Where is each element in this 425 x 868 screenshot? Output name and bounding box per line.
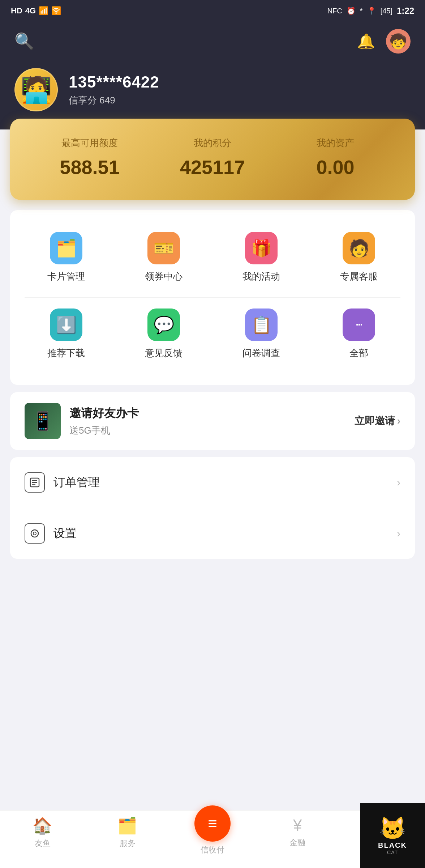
service-questionnaire[interactable]: 📋 问卷调查 — [212, 301, 310, 367]
order-manage-icon — [25, 472, 45, 493]
invite-action-label: 立即邀请 — [355, 414, 395, 428]
header-left-icons: 🔍 — [14, 32, 34, 51]
feedback-label: 意见反馈 — [145, 347, 183, 359]
invite-banner[interactable]: 📱 邀请好友办卡 送5G手机 立即邀请 › — [10, 392, 415, 450]
all-label: 全部 — [349, 347, 368, 359]
profile-score: 信享分 649 — [69, 94, 159, 107]
nav-finance[interactable]: ¥ 金融 — [255, 816, 340, 848]
credit-limit-item[interactable]: 最高可用额度 588.51 — [28, 137, 151, 178]
alarm-icon: ⏰ — [347, 7, 356, 15]
invite-phone-image: 📱 — [25, 403, 61, 439]
points-value: 425117 — [151, 156, 274, 178]
assets-value: 0.00 — [274, 156, 397, 178]
xinshopay-label: 信收付 — [201, 844, 224, 855]
invite-subtitle: 送5G手机 — [69, 424, 346, 437]
service-all[interactable]: ··· 全部 — [310, 301, 408, 367]
exclusive-service-icon: 🧑 — [343, 232, 375, 264]
finance-label: 金融 — [289, 837, 305, 848]
feedback-icon: 💬 — [147, 309, 180, 341]
black-cat-brand: BLACK — [378, 841, 407, 850]
profile-info: 135****6422 信享分 649 — [69, 73, 159, 107]
settings-label: 设置 — [53, 526, 397, 541]
points-item[interactable]: 我的积分 425117 — [151, 137, 274, 178]
nfc-icon: NFC — [327, 7, 342, 15]
nav-xinshopay[interactable]: ≡ 信收付 — [170, 816, 255, 855]
card-manage-label: 卡片管理 — [47, 270, 85, 283]
points-label: 我的积分 — [151, 137, 274, 149]
header-avatar[interactable]: 🧒 — [386, 29, 411, 54]
service-recommend-download[interactable]: ⬇️ 推荐下载 — [17, 301, 115, 367]
invite-chevron-icon: › — [397, 415, 400, 427]
services-row1: 🗂️ 卡片管理 🎫 领券中心 🎁 我的活动 🧑 专属客服 — [17, 225, 408, 290]
finance-icon: ¥ — [293, 816, 302, 834]
invite-action-button[interactable]: 立即邀请 › — [355, 414, 400, 428]
signal-icon: 📶 — [39, 6, 48, 16]
order-manage-label: 订单管理 — [53, 475, 397, 490]
settings-icon — [25, 523, 45, 544]
status-4g: 4G — [25, 6, 36, 16]
services-nav-icon: 🗂️ — [117, 816, 137, 835]
svg-point-5 — [33, 532, 36, 535]
gold-card: 最高可用额度 588.51 我的积分 425117 我的资产 0.00 — [10, 119, 415, 200]
settings-item[interactable]: 设置 › — [10, 508, 415, 559]
credit-limit-value: 588.51 — [28, 156, 151, 178]
services-nav-label: 服务 — [120, 838, 136, 849]
xinshopay-icon: ≡ — [208, 814, 217, 833]
profile-phone: 135****6422 — [69, 73, 159, 91]
assets-item[interactable]: 我的资产 0.00 — [274, 137, 397, 178]
bluetooth-icon: * — [360, 7, 363, 15]
invite-phone-icon: 📱 — [31, 410, 54, 431]
header: 🔍 🔔 🧒 — [0, 22, 425, 64]
header-right-icons: 🔔 🧒 — [357, 29, 411, 54]
notification-button[interactable]: 🔔 — [357, 33, 375, 50]
black-cat-watermark: 🐱 BLACK CAT — [360, 803, 425, 868]
nav-youyu[interactable]: 🏠 友鱼 — [0, 816, 85, 849]
wifi-icon: 🛜 — [51, 6, 61, 16]
invite-title: 邀请好友办卡 — [69, 405, 346, 421]
my-activities-icon: 🎁 — [245, 232, 278, 264]
invite-text-block: 邀请好友办卡 送5G手机 — [69, 405, 346, 437]
score-label: 信享分 — [69, 95, 97, 106]
my-activities-label: 我的活动 — [242, 270, 280, 283]
black-cat-sub: CAT — [387, 850, 398, 855]
card-manage-icon: 🗂️ — [50, 232, 82, 264]
nav-services[interactable]: 🗂️ 服务 — [85, 816, 170, 849]
service-coupon-center[interactable]: 🎫 领券中心 — [115, 225, 212, 290]
status-bar: HD 4G 📶 🛜 NFC ⏰ * 📍 [45] 1:22 — [0, 0, 425, 22]
status-left: HD 4G 📶 🛜 — [11, 6, 61, 16]
services-row2: ⬇️ 推荐下载 💬 意见反馈 📋 问卷调查 ··· 全部 — [17, 301, 408, 367]
exclusive-service-label: 专属客服 — [340, 270, 378, 283]
order-manage-item[interactable]: 订单管理 › — [10, 457, 415, 508]
questionnaire-icon: 📋 — [245, 309, 278, 341]
coupon-center-icon: 🎫 — [147, 232, 180, 264]
profile-avatar[interactable]: 🧑‍💻 — [14, 68, 58, 111]
location-icon: 📍 — [367, 7, 376, 15]
questionnaire-label: 问卷调查 — [242, 347, 280, 359]
score-value: 649 — [99, 95, 115, 106]
services-card: 🗂️ 卡片管理 🎫 领券中心 🎁 我的活动 🧑 专属客服 ⬇️ 推荐下载 💬 意… — [10, 210, 415, 385]
xinshopay-center-button[interactable]: ≡ — [194, 805, 231, 842]
service-my-activities[interactable]: 🎁 我的活动 — [212, 225, 310, 290]
assets-label: 我的资产 — [274, 137, 397, 149]
avatar-emoji: 🧒 — [389, 33, 407, 50]
all-icon: ··· — [343, 309, 375, 341]
youyu-label: 友鱼 — [35, 838, 51, 849]
recommend-download-label: 推荐下载 — [47, 347, 85, 359]
order-manage-chevron-icon: › — [397, 476, 400, 489]
search-button[interactable]: 🔍 — [14, 32, 34, 51]
menu-card: 订单管理 › 设置 › — [10, 457, 415, 559]
status-hd: HD — [11, 6, 22, 16]
clock: 1:22 — [397, 6, 414, 16]
settings-chevron-icon: › — [397, 527, 400, 540]
services-divider — [25, 297, 400, 298]
service-feedback[interactable]: 💬 意见反馈 — [115, 301, 212, 367]
battery-indicator: [45] — [381, 7, 392, 15]
svg-point-4 — [31, 530, 38, 537]
service-card-manage[interactable]: 🗂️ 卡片管理 — [17, 225, 115, 290]
coupon-center-label: 领券中心 — [145, 270, 183, 283]
profile-avatar-emoji: 🧑‍💻 — [21, 75, 52, 105]
gold-card-grid: 最高可用额度 588.51 我的积分 425117 我的资产 0.00 — [28, 137, 397, 178]
service-exclusive-service[interactable]: 🧑 专属客服 — [310, 225, 408, 290]
youyu-icon: 🏠 — [33, 816, 52, 835]
black-cat-icon: 🐱 — [379, 816, 406, 841]
